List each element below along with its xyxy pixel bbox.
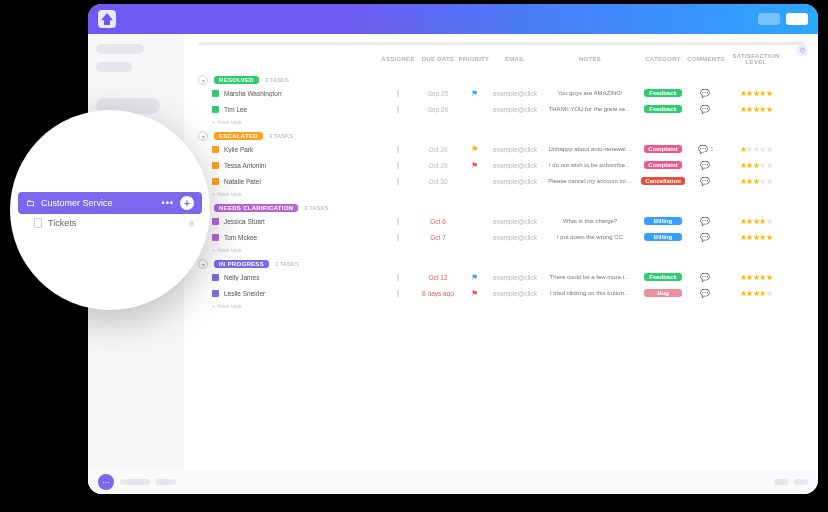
task-row[interactable]: Natalie PatelOct 30example@clickPlease c… [198, 173, 804, 189]
assignee-avatar[interactable] [397, 106, 399, 113]
due-date[interactable]: Oct 26 [418, 146, 458, 153]
notes-cell: I tried clicking on this button… [540, 290, 640, 296]
assignee-avatar[interactable] [397, 218, 399, 225]
window-max-button[interactable] [786, 13, 808, 25]
category-tag[interactable]: Feedback [644, 89, 682, 97]
satisfaction-stars[interactable]: ★★★★★ [726, 233, 786, 242]
category-tag[interactable]: Cancellation [641, 177, 685, 185]
assignee-avatar[interactable] [397, 290, 399, 297]
notes-cell: I do not wish to be subscribe… [540, 162, 640, 168]
column-header[interactable]: NOTES [540, 56, 640, 62]
satisfaction-stars[interactable]: ★★★★★ [726, 89, 786, 98]
window-min-button[interactable] [758, 13, 780, 25]
comments-cell[interactable]: 💬 [686, 177, 726, 186]
category-tag[interactable]: Complaint [644, 161, 682, 169]
due-date[interactable]: Oct 7 [418, 234, 458, 241]
priority-flag-icon[interactable]: ⚑ [458, 161, 490, 170]
column-header[interactable]: SATISFACTION LEVEL [726, 53, 786, 65]
assignee-avatar[interactable] [397, 274, 399, 281]
new-task-button[interactable]: + New task [198, 303, 804, 309]
satisfaction-stars[interactable]: ★★★★★ [726, 289, 786, 298]
comments-cell[interactable]: 💬 [686, 273, 726, 282]
status-pill[interactable]: RESOLVED [214, 76, 259, 84]
new-task-button[interactable]: + New task [198, 119, 804, 125]
comments-cell[interactable]: 💬 [686, 105, 726, 114]
satisfaction-stars[interactable]: ★★★★★ [726, 273, 786, 282]
group-header[interactable]: ▾IN PROGRESS2 TASKS [198, 259, 804, 269]
satisfaction-stars[interactable]: ★★★★★ [726, 161, 786, 170]
settings-icon[interactable]: ⚙ [796, 44, 808, 56]
task-name: Nelly James [224, 274, 259, 281]
assignee-avatar[interactable] [397, 146, 399, 153]
task-row[interactable]: Jessica StuartOct 6example@clickWhat is … [198, 213, 804, 229]
task-list-view: ⚙ ASSIGNEEDUE DATEPRIORITYEMAILNOTESCATE… [184, 34, 818, 494]
category-tag[interactable]: Complaint [644, 145, 682, 153]
bottom-placeholder [156, 479, 176, 485]
comments-cell[interactable]: 💬1 [686, 145, 726, 154]
category-tag[interactable]: Bug [644, 289, 682, 297]
folder-row[interactable]: 🗀 Customer Service ••• + [18, 192, 202, 214]
column-header[interactable]: EMAIL [490, 56, 540, 62]
due-date[interactable]: Oct 12 [418, 274, 458, 281]
status-pill[interactable]: ESCALATED [214, 132, 263, 140]
column-header[interactable]: CATEGORY [640, 56, 686, 62]
list-row[interactable]: Tickets 8 [18, 214, 202, 228]
satisfaction-stars[interactable]: ★★★★★ [726, 145, 786, 154]
task-row[interactable]: Tom MckeeOct 7example@clickI put down th… [198, 229, 804, 245]
status-square-icon [212, 274, 219, 281]
task-row[interactable]: Kylie ParkOct 26⚑example@clickUnhappy ab… [198, 141, 804, 157]
category-tag[interactable]: Billing [644, 217, 682, 225]
folder-more-icon[interactable]: ••• [162, 198, 174, 208]
group-header[interactable]: ▾RESOLVED2 TASKS [198, 75, 804, 85]
comments-cell[interactable]: 💬 [686, 233, 726, 242]
comments-cell[interactable]: 💬 [686, 161, 726, 170]
column-header[interactable]: PRIORITY [458, 56, 490, 62]
satisfaction-stars[interactable]: ★★★★★ [726, 217, 786, 226]
due-date[interactable]: Oct 6 [418, 218, 458, 225]
assignee-avatar[interactable] [397, 162, 399, 169]
assignee-avatar[interactable] [397, 178, 399, 185]
chevron-down-icon[interactable]: ▾ [198, 75, 208, 85]
priority-flag-icon[interactable]: ⚑ [458, 145, 490, 154]
assignee-avatar[interactable] [397, 90, 399, 97]
priority-flag-icon[interactable]: ⚑ [458, 273, 490, 282]
assignee-avatar[interactable] [397, 234, 399, 241]
category-tag[interactable]: Feedback [644, 105, 682, 113]
column-header[interactable]: DUE DATE [418, 56, 458, 62]
task-row[interactable]: Leslie Sneider8 days ago⚑example@clickI … [198, 285, 804, 301]
due-date[interactable]: Sep 25 [418, 90, 458, 97]
chevron-down-icon[interactable]: ▾ [198, 131, 208, 141]
task-count: 2 TASKS [275, 261, 299, 267]
comments-cell[interactable]: 💬 [686, 89, 726, 98]
status-pill[interactable]: NEEDS CLARIFICATION [214, 204, 298, 212]
status-square-icon [212, 90, 219, 97]
due-date[interactable]: Oct 30 [418, 178, 458, 185]
comments-cell[interactable]: 💬 [686, 217, 726, 226]
task-row[interactable]: Marsha WashingtonSep 25⚑example@clickYou… [198, 85, 804, 101]
new-task-button[interactable]: + New task [198, 191, 804, 197]
priority-flag-icon[interactable]: ⚑ [458, 289, 490, 298]
due-date[interactable]: Oct 28 [418, 162, 458, 169]
folder-add-button[interactable]: + [180, 196, 194, 210]
task-row[interactable]: Tessa AntoniniOct 28⚑example@clickI do n… [198, 157, 804, 173]
new-task-button[interactable]: + New task [198, 247, 804, 253]
status-square-icon [212, 162, 219, 169]
due-date[interactable]: 8 days ago [418, 290, 458, 297]
satisfaction-stars[interactable]: ★★★★★ [726, 105, 786, 114]
group-header[interactable]: ▾NEEDS CLARIFICATION2 TASKS [198, 203, 804, 213]
group-header[interactable]: ▾ESCALATED3 TASKS [198, 131, 804, 141]
due-date[interactable]: Sep 26 [418, 106, 458, 113]
status-pill[interactable]: IN PROGRESS [214, 260, 269, 268]
category-tag[interactable]: Feedback [644, 273, 682, 281]
comments-cell[interactable]: 💬 [686, 289, 726, 298]
task-row[interactable]: Nelly JamesOct 12⚑example@clickThere cou… [198, 269, 804, 285]
satisfaction-stars[interactable]: ★★★★★ [726, 177, 786, 186]
chat-bubble-icon[interactable]: ⋯ [98, 474, 114, 490]
category-tag[interactable]: Billing [644, 233, 682, 241]
column-header[interactable]: ASSIGNEE [378, 56, 418, 62]
column-header[interactable]: COMMENTS [686, 56, 726, 62]
priority-flag-icon[interactable]: ⚑ [458, 89, 490, 98]
bottom-placeholder [120, 479, 150, 485]
chevron-down-icon[interactable]: ▾ [198, 259, 208, 269]
task-row[interactable]: Tim LeeSep 26example@clickTHANK YOU for … [198, 101, 804, 117]
